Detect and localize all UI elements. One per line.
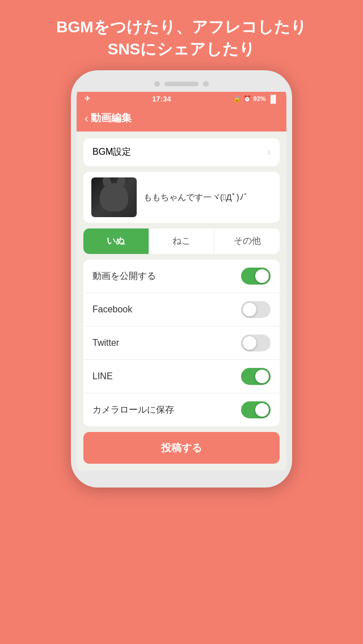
toggle-twitter[interactable] [241, 334, 271, 351]
nav-title: 動画編集 [91, 111, 132, 125]
chevron-right-icon: › [267, 146, 271, 158]
bgm-card[interactable]: BGM設定 › [83, 138, 280, 166]
phone-wrapper: ✈ 17:34 🔒 ⏰ 92% ▐▌ ‹ 動画編集 [0, 70, 363, 488]
toggle-facebook[interactable] [241, 301, 271, 318]
toggle-label-facebook: Facebook [92, 304, 132, 315]
page-wrapper: BGMをつけたり、アフレコしたり SNSにシェアしたり ✈ 17:34 🔒 ⏰ … [0, 0, 363, 488]
status-right: 🔒 ⏰ 92% ▐▌ [233, 95, 278, 103]
tab-dog[interactable]: いぬ [83, 228, 149, 254]
battery-text: 92% [254, 95, 266, 102]
phone-frame: ✈ 17:34 🔒 ⏰ 92% ▐▌ ‹ 動画編集 [71, 70, 292, 488]
toggle-list: 動画を公開する Facebook Twitter [83, 260, 280, 426]
phone-camera-2 [203, 81, 209, 87]
toggle-label-publish: 動画を公開する [92, 270, 156, 282]
tab-other[interactable]: その他 [214, 228, 280, 254]
bgm-label: BGM設定 [92, 146, 131, 158]
toggle-knob-line [255, 370, 269, 383]
toggle-label-camera-roll: カメラロールに保存 [92, 404, 174, 416]
alarm-icon: ⏰ [243, 95, 251, 103]
phone-bottom-bar [77, 471, 286, 482]
toggle-knob-twitter [243, 336, 256, 350]
content-area: BGM設定 › ももちゃんです一ヾ(ﾟДﾟ)ﾉﾞ いぬ ねこ その他 [77, 132, 286, 471]
toggle-knob-publish [255, 269, 269, 283]
toggle-knob-camera-roll [255, 403, 269, 417]
toggle-row-facebook: Facebook [83, 293, 280, 327]
top-heading: BGMをつけたり、アフレコしたり SNSにシェアしたり [0, 0, 363, 70]
video-thumbnail [91, 177, 137, 217]
battery-icon: ▐▌ [268, 95, 278, 103]
video-preview-row: ももちゃんです一ヾ(ﾟДﾟ)ﾉﾞ [83, 172, 280, 223]
toggle-label-line: LINE [92, 371, 113, 382]
back-chevron-icon: ‹ [85, 112, 88, 125]
back-button[interactable]: ‹ 動画編集 [85, 111, 132, 125]
toggle-camera-roll[interactable] [241, 401, 271, 418]
phone-camera [154, 81, 160, 87]
toggle-row-line: LINE [83, 360, 280, 393]
status-time: 17:34 [152, 95, 171, 103]
toggle-publish[interactable] [241, 268, 271, 285]
tab-cat[interactable]: ねこ [149, 228, 215, 254]
top-line1: BGMをつけたり、アフレコしたり [11, 16, 352, 38]
submit-button[interactable]: 投稿する [83, 432, 280, 464]
tab-row: いぬ ねこ その他 [83, 228, 280, 254]
phone-speaker [164, 82, 199, 86]
bgm-row[interactable]: BGM設定 › [83, 138, 280, 166]
status-left: ✈ [85, 95, 90, 103]
top-line2: SNSにシェアしたり [11, 38, 352, 60]
airplane-icon: ✈ [85, 95, 90, 103]
toggle-label-twitter: Twitter [92, 338, 119, 348]
status-bar: ✈ 17:34 🔒 ⏰ 92% ▐▌ [77, 92, 286, 105]
toggle-row-camera-roll: カメラロールに保存 [83, 393, 280, 426]
lock-icon: 🔒 [233, 95, 241, 103]
toggle-knob-facebook [243, 303, 256, 316]
toggle-row-twitter: Twitter [83, 327, 280, 360]
toggle-row-publish: 動画を公開する [83, 260, 280, 293]
thumbnail-inner [91, 177, 137, 217]
toggle-line[interactable] [241, 368, 271, 385]
video-text: ももちゃんです一ヾ(ﾟДﾟ)ﾉﾞ [143, 192, 248, 203]
nav-bar: ‹ 動画編集 [77, 105, 286, 132]
phone-top-bar [77, 76, 286, 92]
dog-image [100, 183, 128, 211]
